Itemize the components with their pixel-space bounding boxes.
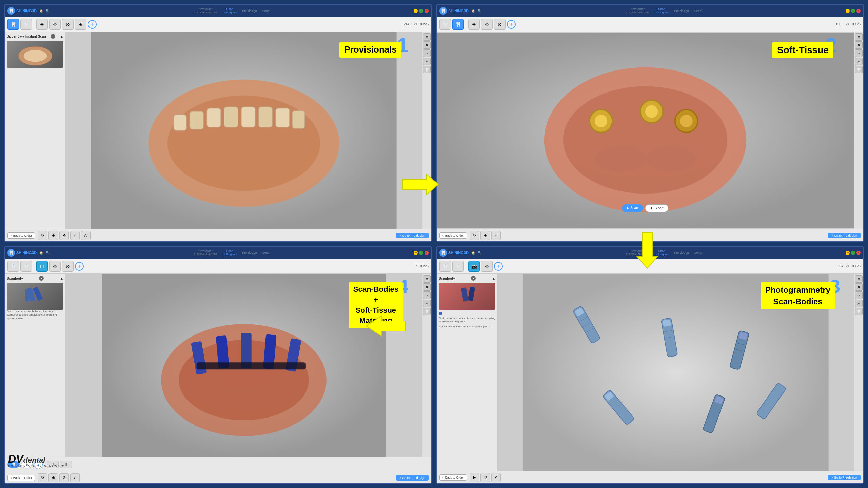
back-btn-q3[interactable]: < Back to Order <box>7 475 35 481</box>
rt-2-q2[interactable]: ✕ <box>855 41 863 49</box>
rt-1-q4[interactable]: ⊕ <box>855 275 863 283</box>
ctrl-1-q4[interactable]: ▶ <box>470 473 479 482</box>
rt-5-q3[interactable]: 🦷 <box>423 308 431 315</box>
back-btn-q1[interactable]: < Back to Order <box>7 232 35 239</box>
tool-scan2-q2[interactable]: ⊗ <box>481 19 493 30</box>
tool-scanbody-q3[interactable]: ⊡ <box>36 261 48 272</box>
rt-3-q4[interactable]: ↔ <box>855 291 863 299</box>
view-area-q2[interactable]: 2 Soft-Tissue ▶ Scan ⬇ Export <box>437 32 854 229</box>
tool-scan3-q1[interactable]: ⊘ <box>62 19 74 30</box>
svg-point-19 <box>645 105 658 118</box>
collapse-icon-q4[interactable]: ▲ <box>492 277 495 280</box>
tool-scan3-q2[interactable]: ⊘ <box>494 19 506 30</box>
tool-add-q4[interactable]: + <box>494 262 503 271</box>
search-icon-q4[interactable]: 🔍 <box>478 251 481 255</box>
export-btn-q2[interactable]: ⬇ Export <box>645 204 669 212</box>
search-icon-q1[interactable]: 🔍 <box>46 9 50 13</box>
rt-1-q3[interactable]: ⊕ <box>423 275 431 283</box>
tool-add-q3[interactable]: + <box>75 262 84 271</box>
minimize-btn-q1[interactable]: ─ <box>414 9 418 13</box>
tool-jaw-upper-q3[interactable]: 🦷 <box>7 261 19 272</box>
maximize-btn-q4[interactable]: □ <box>851 251 855 255</box>
ctrl-2-q4[interactable]: ↻ <box>480 473 490 482</box>
tool-scan2-q3[interactable]: ⊗ <box>49 261 61 272</box>
home-icon-q2[interactable]: 🏠 <box>471 9 475 13</box>
rt-2-q1[interactable]: ✕ <box>423 41 431 49</box>
rt-5-q4[interactable]: 🦷 <box>855 308 863 315</box>
ctrl-2-q2[interactable]: ⊕ <box>480 231 490 240</box>
scan-btn-q2[interactable]: ▶ Scan <box>622 204 643 212</box>
tool-scan4-q1[interactable]: ◈ <box>75 19 86 30</box>
close-btn-q4[interactable]: × <box>856 251 861 255</box>
rt-3-q1[interactable]: ↔ <box>423 49 431 57</box>
ctrl-zoom-q1[interactable]: ⊕ <box>48 231 58 240</box>
tool-scan2-q4[interactable]: ⊗ <box>481 261 493 272</box>
tool-jaw-upper-q1[interactable]: 🦷 <box>7 19 19 30</box>
maximize-btn-q3[interactable]: □ <box>419 251 423 255</box>
info-icon-q3[interactable]: i <box>39 276 44 281</box>
ctrl-pan-q1[interactable]: ✥ <box>59 231 69 240</box>
ctrl-1-q2[interactable]: ↻ <box>470 231 479 240</box>
tool-jaw-upper-q2[interactable]: 🦷 <box>439 19 451 30</box>
info-icon-q4[interactable]: i <box>471 276 476 281</box>
rt-3-q2[interactable]: ↔ <box>855 49 863 57</box>
ctrl-3-q4[interactable]: ✓ <box>491 473 501 482</box>
info-icon-q1[interactable]: i <box>51 34 55 39</box>
rt-2-q4[interactable]: ✕ <box>855 283 863 291</box>
next-btn-q2[interactable]: > Go to Pre-design <box>828 233 861 238</box>
rt-4-q3[interactable]: △ <box>423 300 431 307</box>
ctrl-1-q3[interactable]: ↻ <box>38 473 47 482</box>
view-area-q3[interactable]: 4 Scan-Bodies + Soft-Tissue Matching <box>66 274 422 457</box>
view-area-q4[interactable]: 3 Photogrammetry Scan-Bodies <box>498 274 854 471</box>
next-btn-q3[interactable]: > Go to Pre-design <box>396 475 429 481</box>
maximize-btn-q2[interactable]: □ <box>851 9 855 13</box>
tool-bite-q2[interactable]: ⊕ <box>468 19 480 30</box>
tool-jaw-upper-q4[interactable]: 🦷 <box>439 261 451 272</box>
tool-photo-q4[interactable]: 📷 <box>468 261 480 272</box>
search-icon-q2[interactable]: 🔍 <box>478 9 481 13</box>
home-icon-q1[interactable]: 🏠 <box>39 9 43 13</box>
back-btn-q4[interactable]: < Back to Order <box>439 474 467 481</box>
tool-add-q2[interactable]: + <box>507 20 516 29</box>
rt-4-q2[interactable]: △ <box>855 58 863 65</box>
tool-jaw-lower-q3[interactable]: 🦷 <box>20 261 32 272</box>
tool-jaw-lower-q2[interactable]: 🦷 <box>452 19 464 30</box>
tool-bite-q1[interactable]: ⊕ <box>36 19 48 30</box>
next-btn-q1[interactable]: > Go to Pre-design <box>396 233 429 238</box>
tool-scan3-q3[interactable]: ⊘ <box>62 261 74 272</box>
search-icon-q3[interactable]: 🔍 <box>46 251 50 255</box>
close-btn-q3[interactable]: × <box>425 251 429 255</box>
ctrl-3-q3[interactable]: ⊗ <box>59 473 69 482</box>
ctrl-rotate-q1[interactable]: ↻ <box>38 231 47 240</box>
rt-5-q1[interactable]: 🦷 <box>423 66 431 73</box>
minimize-btn-q3[interactable]: ─ <box>414 251 418 255</box>
minimize-btn-q4[interactable]: ─ <box>846 251 850 255</box>
maximize-btn-q1[interactable]: □ <box>419 9 423 13</box>
rt-4-q1[interactable]: △ <box>423 58 431 65</box>
rt-3-q3[interactable]: ↔ <box>423 291 431 299</box>
close-btn-q1[interactable]: × <box>425 9 429 13</box>
close-btn-q2[interactable]: × <box>856 9 861 13</box>
rt-1-q1[interactable]: ⊕ <box>423 33 431 41</box>
home-icon-q3[interactable]: 🏠 <box>39 251 43 255</box>
rt-2-q3[interactable]: ✕ <box>423 283 431 291</box>
back-btn-q2[interactable]: < Back to Order <box>439 232 467 239</box>
ctrl-scan-q1[interactable]: ◎ <box>81 231 91 240</box>
tool-jaw-lower-q1[interactable]: 🦷 <box>20 19 32 30</box>
view-area-q1[interactable]: 1 Provisionals <box>66 32 422 229</box>
tool-jaw-lower-q4[interactable]: 🦷 <box>452 261 464 272</box>
rt-1-q2[interactable]: ⊕ <box>855 33 863 41</box>
next-btn-q4[interactable]: > Go to Pre-design <box>828 475 861 480</box>
tool-scan2-q1[interactable]: ⊗ <box>49 19 61 30</box>
ctrl-4-q3[interactable]: ✓ <box>70 473 80 482</box>
tool-add-q1[interactable]: + <box>88 20 97 29</box>
rt-4-q4[interactable]: △ <box>855 300 863 307</box>
ctrl-2-q3[interactable]: ⊕ <box>48 473 58 482</box>
home-icon-q4[interactable]: 🏠 <box>471 251 475 255</box>
collapse-icon-q3[interactable]: ▲ <box>60 277 63 280</box>
rt-5-q2[interactable]: 🦷 <box>855 66 863 73</box>
ctrl-check-q1[interactable]: ✓ <box>70 231 80 240</box>
minimize-btn-q2[interactable]: ─ <box>846 9 850 13</box>
ctrl-3-q2[interactable]: ✓ <box>491 231 501 240</box>
collapse-icon-q1[interactable]: ▲ <box>60 35 63 38</box>
